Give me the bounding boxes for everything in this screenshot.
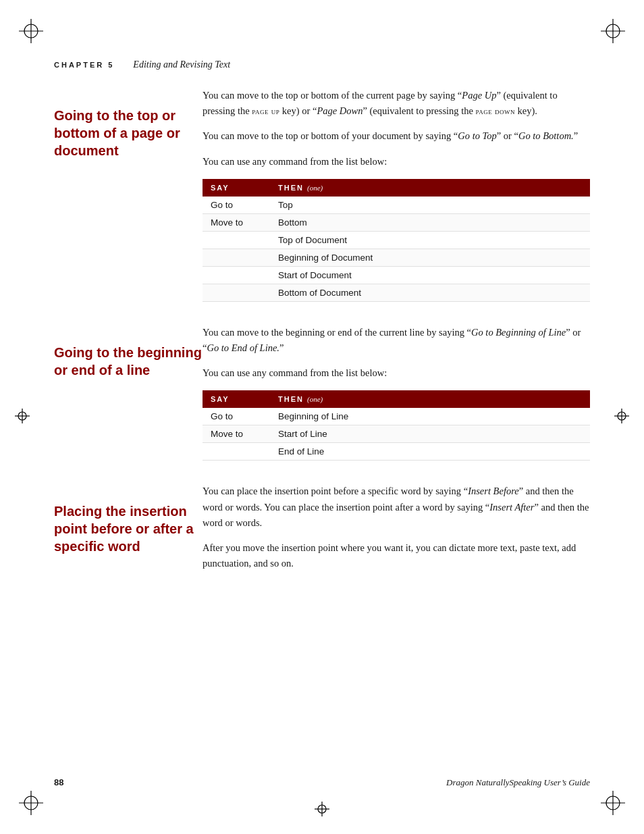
section2-table-header-row: SAY THEN (one) bbox=[203, 390, 590, 408]
page: CHAPTER 5 Editing and Revising Text Goin… bbox=[0, 0, 644, 834]
table-cell-then: Bottom bbox=[270, 213, 590, 231]
section2-para1: You can move to the beginning or end of … bbox=[203, 325, 590, 356]
table-cell-then: Top of Document bbox=[270, 231, 590, 249]
section2-table-body: Go to Beginning of Line Move to Start of… bbox=[203, 408, 590, 461]
section3-heading: Placing the insertion point before or af… bbox=[54, 502, 203, 555]
chapter-subtitle: Editing and Revising Text bbox=[133, 59, 230, 70]
table-row: Move to Bottom bbox=[203, 213, 590, 231]
corner-mark-bl bbox=[19, 791, 43, 815]
section2-layout: Going to the beginning or end of a line … bbox=[54, 325, 590, 477]
table-cell-say bbox=[203, 231, 270, 249]
footer-book-title: Dragon NaturallySpeaking User’s Guide bbox=[446, 777, 590, 788]
table-cell-say: Move to bbox=[203, 213, 270, 231]
table-cell-then: Bottom of Document bbox=[270, 284, 590, 301]
page-header: CHAPTER 5 Editing and Revising Text bbox=[54, 59, 590, 70]
section1-body-col: You can move to the top or bottom of the… bbox=[203, 88, 590, 318]
table-row: Move to Start of Line bbox=[203, 425, 590, 443]
section2-col1-header: SAY bbox=[203, 390, 270, 408]
table-cell-say bbox=[203, 249, 270, 266]
section1-label-col: Going to the top or bottom of a page or … bbox=[54, 88, 203, 318]
mid-mark-bottom bbox=[315, 802, 329, 819]
table-row: End of Line bbox=[203, 443, 590, 461]
section1-para2: You can move to the top or bottom of you… bbox=[203, 128, 590, 144]
table-cell-then: Start of Document bbox=[270, 266, 590, 284]
corner-mark-br bbox=[601, 791, 625, 815]
main-content: Going to the top or bottom of a page or … bbox=[54, 88, 590, 588]
corner-mark-tr bbox=[601, 19, 625, 43]
section1-para1: You can move to the top or bottom of the… bbox=[203, 88, 590, 119]
chapter-label: CHAPTER 5 bbox=[54, 61, 114, 69]
section1-table-header-row: SAY THEN (one) bbox=[203, 179, 590, 197]
page-footer: 88 Dragon NaturallySpeaking User’s Guide bbox=[54, 777, 590, 788]
section1-col2-header: THEN (one) bbox=[270, 179, 590, 197]
table-cell-say: Move to bbox=[203, 425, 270, 443]
section3-para1: You can place the insertion point before… bbox=[203, 484, 590, 531]
section3-para2: After you move the insertion point where… bbox=[203, 540, 590, 571]
table-row: Bottom of Document bbox=[203, 284, 590, 301]
section1-para3: You can use any command from the list be… bbox=[203, 154, 590, 170]
table-row: Go to Beginning of Line bbox=[203, 408, 590, 425]
corner-mark-tl bbox=[19, 19, 43, 43]
section1-table: SAY THEN (one) Go to Top bbox=[203, 179, 590, 302]
table-row: Go to Top bbox=[203, 197, 590, 214]
table-cell-then: End of Line bbox=[270, 443, 590, 461]
section3-body-col: You can place the insertion point before… bbox=[203, 484, 590, 581]
table-cell-say bbox=[203, 284, 270, 301]
section1-table-body: Go to Top Move to Bottom Top of Document bbox=[203, 197, 590, 302]
mid-mark-right bbox=[614, 409, 629, 426]
table-cell-say: Go to bbox=[203, 408, 270, 425]
section3-layout: Placing the insertion point before or af… bbox=[54, 484, 590, 581]
table-cell-say: Go to bbox=[203, 197, 270, 214]
table-cell-then: Beginning of Document bbox=[270, 249, 590, 266]
mid-mark-left bbox=[15, 409, 30, 426]
section1-col1-header: SAY bbox=[203, 179, 270, 197]
section1-heading: Going to the top or bottom of a page or … bbox=[54, 107, 203, 159]
section2-col2-header: THEN (one) bbox=[270, 390, 590, 408]
table-row: Beginning of Document bbox=[203, 249, 590, 266]
table-row: Top of Document bbox=[203, 231, 590, 249]
section2-label-col: Going to the beginning or end of a line bbox=[54, 325, 203, 477]
section2-heading: Going to the beginning or end of a line bbox=[54, 344, 203, 379]
table-cell-say bbox=[203, 443, 270, 461]
table-cell-then: Beginning of Line bbox=[270, 408, 590, 425]
section2-table: SAY THEN (one) Go to Beginning of Line bbox=[203, 390, 590, 461]
section1-layout: Going to the top or bottom of a page or … bbox=[54, 88, 590, 318]
table-cell-then: Start of Line bbox=[270, 425, 590, 443]
table-cell-then: Top bbox=[270, 197, 590, 214]
section2-body-col: You can move to the beginning or end of … bbox=[203, 325, 590, 477]
table-row: Start of Document bbox=[203, 266, 590, 284]
table-cell-say bbox=[203, 266, 270, 284]
section2-para2: You can use any command from the list be… bbox=[203, 365, 590, 381]
page-number: 88 bbox=[54, 777, 63, 787]
section3-label-col: Placing the insertion point before or af… bbox=[54, 484, 203, 581]
